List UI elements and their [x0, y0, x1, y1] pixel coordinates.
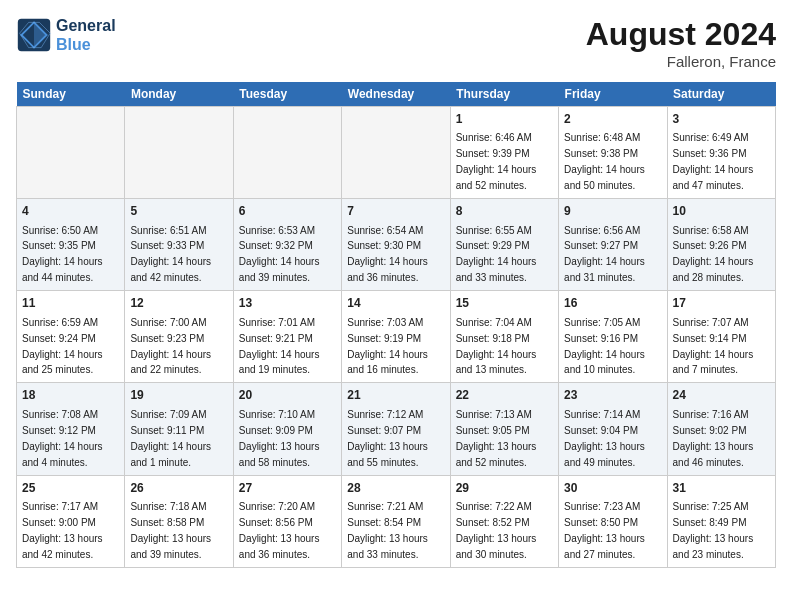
calendar-cell: 6Sunrise: 6:53 AM Sunset: 9:32 PM Daylig… [233, 199, 341, 291]
day-info: Sunrise: 7:25 AM Sunset: 8:49 PM Dayligh… [673, 501, 754, 560]
calendar-cell: 10Sunrise: 6:58 AM Sunset: 9:26 PM Dayli… [667, 199, 775, 291]
week-row-1: 1Sunrise: 6:46 AM Sunset: 9:39 PM Daylig… [17, 107, 776, 199]
day-info: Sunrise: 6:49 AM Sunset: 9:36 PM Dayligh… [673, 132, 754, 191]
logo-icon [16, 17, 52, 53]
logo-text: General Blue [56, 16, 116, 54]
day-info: Sunrise: 6:59 AM Sunset: 9:24 PM Dayligh… [22, 317, 103, 376]
day-info: Sunrise: 7:05 AM Sunset: 9:16 PM Dayligh… [564, 317, 645, 376]
day-number: 31 [673, 480, 770, 497]
calendar-cell [17, 107, 125, 199]
day-info: Sunrise: 7:21 AM Sunset: 8:54 PM Dayligh… [347, 501, 428, 560]
week-row-5: 25Sunrise: 7:17 AM Sunset: 9:00 PM Dayli… [17, 475, 776, 567]
day-number: 27 [239, 480, 336, 497]
calendar-cell: 5Sunrise: 6:51 AM Sunset: 9:33 PM Daylig… [125, 199, 233, 291]
page-header: General Blue August 2024 Falleron, Franc… [16, 16, 776, 70]
day-number: 17 [673, 295, 770, 312]
day-info: Sunrise: 7:18 AM Sunset: 8:58 PM Dayligh… [130, 501, 211, 560]
day-info: Sunrise: 7:20 AM Sunset: 8:56 PM Dayligh… [239, 501, 320, 560]
day-number: 28 [347, 480, 444, 497]
day-number: 20 [239, 387, 336, 404]
day-number: 13 [239, 295, 336, 312]
calendar-cell: 29Sunrise: 7:22 AM Sunset: 8:52 PM Dayli… [450, 475, 558, 567]
day-number: 5 [130, 203, 227, 220]
day-info: Sunrise: 7:00 AM Sunset: 9:23 PM Dayligh… [130, 317, 211, 376]
calendar-cell: 15Sunrise: 7:04 AM Sunset: 9:18 PM Dayli… [450, 291, 558, 383]
day-info: Sunrise: 7:23 AM Sunset: 8:50 PM Dayligh… [564, 501, 645, 560]
day-number: 1 [456, 111, 553, 128]
week-row-3: 11Sunrise: 6:59 AM Sunset: 9:24 PM Dayli… [17, 291, 776, 383]
day-number: 9 [564, 203, 661, 220]
calendar-cell: 27Sunrise: 7:20 AM Sunset: 8:56 PM Dayli… [233, 475, 341, 567]
day-number: 21 [347, 387, 444, 404]
calendar-cell: 30Sunrise: 7:23 AM Sunset: 8:50 PM Dayli… [559, 475, 667, 567]
weekday-header-thursday: Thursday [450, 82, 558, 107]
calendar-cell: 31Sunrise: 7:25 AM Sunset: 8:49 PM Dayli… [667, 475, 775, 567]
weekday-header-friday: Friday [559, 82, 667, 107]
day-number: 12 [130, 295, 227, 312]
calendar-cell: 20Sunrise: 7:10 AM Sunset: 9:09 PM Dayli… [233, 383, 341, 475]
day-number: 14 [347, 295, 444, 312]
calendar-cell: 8Sunrise: 6:55 AM Sunset: 9:29 PM Daylig… [450, 199, 558, 291]
logo: General Blue [16, 16, 116, 54]
calendar-cell: 11Sunrise: 6:59 AM Sunset: 9:24 PM Dayli… [17, 291, 125, 383]
day-number: 11 [22, 295, 119, 312]
day-info: Sunrise: 6:53 AM Sunset: 9:32 PM Dayligh… [239, 225, 320, 284]
day-number: 23 [564, 387, 661, 404]
calendar-cell: 2Sunrise: 6:48 AM Sunset: 9:38 PM Daylig… [559, 107, 667, 199]
day-number: 24 [673, 387, 770, 404]
day-info: Sunrise: 7:10 AM Sunset: 9:09 PM Dayligh… [239, 409, 320, 468]
day-number: 4 [22, 203, 119, 220]
day-info: Sunrise: 7:09 AM Sunset: 9:11 PM Dayligh… [130, 409, 211, 468]
day-info: Sunrise: 7:04 AM Sunset: 9:18 PM Dayligh… [456, 317, 537, 376]
calendar-cell: 1Sunrise: 6:46 AM Sunset: 9:39 PM Daylig… [450, 107, 558, 199]
calendar-cell [233, 107, 341, 199]
day-info: Sunrise: 6:48 AM Sunset: 9:38 PM Dayligh… [564, 132, 645, 191]
day-info: Sunrise: 7:17 AM Sunset: 9:00 PM Dayligh… [22, 501, 103, 560]
calendar-cell: 4Sunrise: 6:50 AM Sunset: 9:35 PM Daylig… [17, 199, 125, 291]
day-number: 3 [673, 111, 770, 128]
weekday-header-tuesday: Tuesday [233, 82, 341, 107]
week-row-2: 4Sunrise: 6:50 AM Sunset: 9:35 PM Daylig… [17, 199, 776, 291]
calendar-cell: 26Sunrise: 7:18 AM Sunset: 8:58 PM Dayli… [125, 475, 233, 567]
day-info: Sunrise: 7:16 AM Sunset: 9:02 PM Dayligh… [673, 409, 754, 468]
day-info: Sunrise: 6:51 AM Sunset: 9:33 PM Dayligh… [130, 225, 211, 284]
calendar-cell: 14Sunrise: 7:03 AM Sunset: 9:19 PM Dayli… [342, 291, 450, 383]
calendar-cell: 17Sunrise: 7:07 AM Sunset: 9:14 PM Dayli… [667, 291, 775, 383]
location: Falleron, France [586, 53, 776, 70]
calendar-cell: 25Sunrise: 7:17 AM Sunset: 9:00 PM Dayli… [17, 475, 125, 567]
calendar-cell: 28Sunrise: 7:21 AM Sunset: 8:54 PM Dayli… [342, 475, 450, 567]
day-number: 29 [456, 480, 553, 497]
calendar-cell: 24Sunrise: 7:16 AM Sunset: 9:02 PM Dayli… [667, 383, 775, 475]
weekday-header-wednesday: Wednesday [342, 82, 450, 107]
day-info: Sunrise: 6:46 AM Sunset: 9:39 PM Dayligh… [456, 132, 537, 191]
calendar-cell: 12Sunrise: 7:00 AM Sunset: 9:23 PM Dayli… [125, 291, 233, 383]
day-number: 10 [673, 203, 770, 220]
day-info: Sunrise: 7:14 AM Sunset: 9:04 PM Dayligh… [564, 409, 645, 468]
day-info: Sunrise: 6:58 AM Sunset: 9:26 PM Dayligh… [673, 225, 754, 284]
calendar-cell [342, 107, 450, 199]
day-number: 26 [130, 480, 227, 497]
calendar-cell: 16Sunrise: 7:05 AM Sunset: 9:16 PM Dayli… [559, 291, 667, 383]
day-info: Sunrise: 7:03 AM Sunset: 9:19 PM Dayligh… [347, 317, 428, 376]
weekday-header-row: SundayMondayTuesdayWednesdayThursdayFrid… [17, 82, 776, 107]
calendar-cell: 23Sunrise: 7:14 AM Sunset: 9:04 PM Dayli… [559, 383, 667, 475]
day-info: Sunrise: 7:07 AM Sunset: 9:14 PM Dayligh… [673, 317, 754, 376]
day-info: Sunrise: 7:01 AM Sunset: 9:21 PM Dayligh… [239, 317, 320, 376]
day-number: 6 [239, 203, 336, 220]
day-info: Sunrise: 7:12 AM Sunset: 9:07 PM Dayligh… [347, 409, 428, 468]
day-info: Sunrise: 6:56 AM Sunset: 9:27 PM Dayligh… [564, 225, 645, 284]
calendar-table: SundayMondayTuesdayWednesdayThursdayFrid… [16, 82, 776, 568]
day-info: Sunrise: 7:22 AM Sunset: 8:52 PM Dayligh… [456, 501, 537, 560]
calendar-cell: 18Sunrise: 7:08 AM Sunset: 9:12 PM Dayli… [17, 383, 125, 475]
day-info: Sunrise: 6:54 AM Sunset: 9:30 PM Dayligh… [347, 225, 428, 284]
weekday-header-monday: Monday [125, 82, 233, 107]
day-number: 25 [22, 480, 119, 497]
day-number: 15 [456, 295, 553, 312]
calendar-cell: 7Sunrise: 6:54 AM Sunset: 9:30 PM Daylig… [342, 199, 450, 291]
day-number: 22 [456, 387, 553, 404]
title-block: August 2024 Falleron, France [586, 16, 776, 70]
day-number: 30 [564, 480, 661, 497]
day-number: 7 [347, 203, 444, 220]
calendar-cell: 22Sunrise: 7:13 AM Sunset: 9:05 PM Dayli… [450, 383, 558, 475]
day-info: Sunrise: 6:55 AM Sunset: 9:29 PM Dayligh… [456, 225, 537, 284]
